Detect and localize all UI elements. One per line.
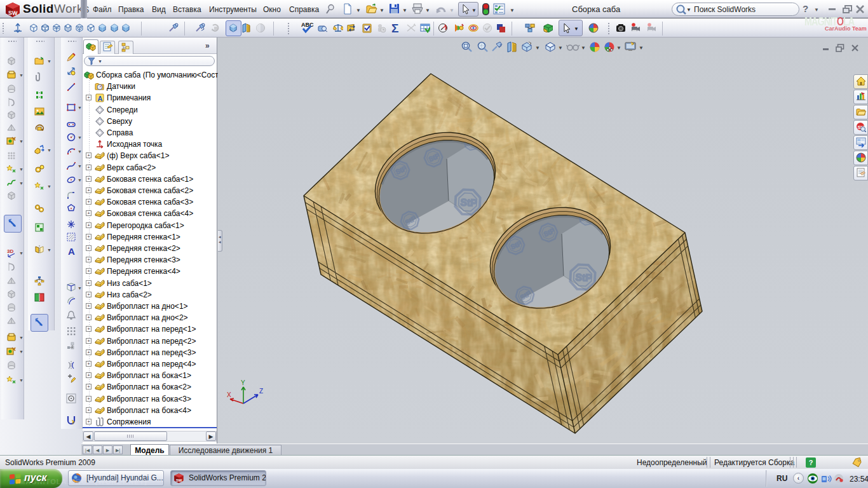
svg-text:Σ: Σ	[391, 22, 398, 35]
svg-text:SW: SW	[8, 10, 18, 17]
svg-text:3D: 3D	[7, 248, 13, 254]
svg-text:Z: Z	[259, 388, 263, 395]
svg-text:A: A	[68, 246, 75, 256]
svg-text:ABC: ABC	[301, 22, 314, 28]
svg-text:Y: Y	[241, 379, 245, 386]
svg-text:SW: SW	[176, 478, 182, 482]
svg-text:X: X	[227, 391, 231, 398]
